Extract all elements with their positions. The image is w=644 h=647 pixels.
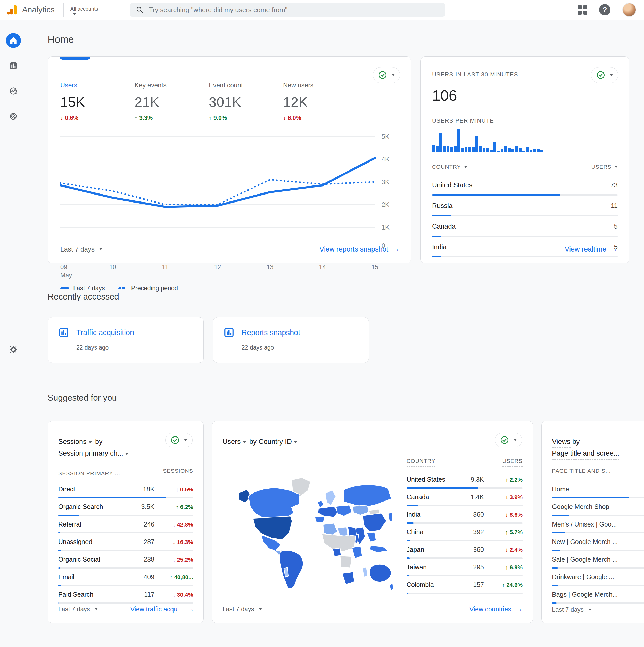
card-title[interactable]: Users by Country ID <box>223 436 403 448</box>
view-traffic-acquisition-link[interactable]: View traffic acqu...→ <box>131 605 194 613</box>
nav-advertising-button[interactable] <box>6 109 21 124</box>
nav-explore-button[interactable] <box>6 84 21 98</box>
help-icon[interactable]: ? <box>599 4 611 15</box>
metric-users[interactable]: Users 15K ↓ 0.6% <box>60 81 135 122</box>
table-row[interactable]: Sale | Google Merch ... <box>552 551 644 569</box>
table-row[interactable]: Unassigned 287 ↓ 16.3% <box>58 533 193 551</box>
legend-label: Last 7 days <box>73 285 105 292</box>
table-header: PAGE TITLE AND S... <box>552 468 644 481</box>
legend-label: Preceding period <box>131 285 178 292</box>
table-row[interactable]: Colombia 157 ↑ 24.6% <box>407 576 522 594</box>
view-countries-link[interactable]: View countries→ <box>470 605 522 613</box>
date-range-selector[interactable]: Last 7 days <box>552 606 591 613</box>
progress-track <box>432 256 618 258</box>
nav-reports-button[interactable] <box>6 58 21 73</box>
table-row[interactable]: Russia11 <box>432 196 618 216</box>
table-row[interactable]: Drinkware | Google ... <box>552 569 644 586</box>
table-row[interactable]: Paid Search 117 ↓ 30.4% <box>58 586 193 604</box>
verified-badge[interactable] <box>591 67 618 83</box>
last-accessed: 22 days ago <box>242 344 358 351</box>
chevron-down-icon <box>125 453 129 455</box>
table-row[interactable]: Home <box>552 481 644 498</box>
date-range-selector[interactable]: Last 7 days <box>60 245 102 253</box>
product-name: Analytics <box>22 5 55 14</box>
chevron-down-icon <box>294 441 297 443</box>
table-row[interactable]: United States 9.3K ↑ 2.2% <box>407 471 522 489</box>
metric-new-users[interactable]: New users 12K ↓ 6.0% <box>283 81 357 122</box>
analytics-logo-icon[interactable] <box>6 4 18 16</box>
main-content: Home <box>27 20 644 647</box>
chevron-down-icon <box>610 74 613 76</box>
verified-badge[interactable] <box>373 67 400 83</box>
search-icon <box>136 6 143 14</box>
progress-track <box>407 575 522 576</box>
users-by-country-card: Users by Country ID <box>212 421 533 623</box>
table-row[interactable]: Canada 1.4K ↓ 3.9% <box>407 489 522 506</box>
realtime-title[interactable]: USERS IN LAST 30 MINUTES <box>432 71 518 80</box>
table-row[interactable]: Men's / Unisex | Goo... <box>552 516 644 533</box>
arrow-right-icon: → <box>515 605 522 613</box>
chart-legend: Last 7 days Preceding period <box>60 285 399 292</box>
table-row[interactable]: Japan 360 ↓ 2.4% <box>407 541 522 559</box>
card-title[interactable]: Sessions by Session primary ch... <box>58 436 167 459</box>
table-row[interactable]: Direct 18K ↓ 0.5% <box>58 481 193 498</box>
progress-track <box>58 532 193 533</box>
progress-track <box>552 532 644 533</box>
progress-track <box>407 592 522 594</box>
progress-track <box>552 567 644 569</box>
account-selector-label: All accounts <box>70 6 98 12</box>
nav-home-button[interactable] <box>6 33 21 48</box>
progress-track <box>552 550 644 551</box>
nav-admin-button[interactable] <box>6 342 21 357</box>
table-row[interactable]: New | Google Merch ... <box>552 533 644 551</box>
table-row[interactable]: Email 409 ↑ 40,80... <box>58 569 193 586</box>
verified-badge[interactable] <box>165 433 192 447</box>
table-row[interactable]: Google Merch Shop <box>552 498 644 516</box>
date-range-selector[interactable]: Last 7 days <box>58 605 98 613</box>
view-realtime-link[interactable]: View realtime→ <box>565 245 618 253</box>
verified-badge[interactable] <box>495 433 522 447</box>
table-row[interactable]: Organic Search 3.5K ↑ 6.2% <box>58 498 193 516</box>
report-icon <box>58 327 69 338</box>
realtime-users-value: 106 <box>432 87 618 104</box>
account-selector[interactable]: All accounts <box>70 4 98 15</box>
avatar[interactable] <box>622 3 636 17</box>
chevron-down-icon <box>259 608 262 610</box>
table-row[interactable]: Bags | Google Merch... <box>552 586 644 604</box>
arrow-right-icon: → <box>392 245 400 253</box>
search-bar[interactable] <box>130 3 446 16</box>
last-accessed: 22 days ago <box>76 344 193 351</box>
progress-track <box>407 522 522 524</box>
view-reports-snapshot-link[interactable]: View reports snapshot→ <box>319 245 400 253</box>
table-row[interactable]: Organic Social 238 ↓ 25.2% <box>58 551 193 569</box>
recent-reports-snapshot-card[interactable]: Reports snapshot 22 days ago <box>213 317 369 363</box>
check-circle-icon <box>378 71 387 79</box>
date-range-selector[interactable]: Last 7 days <box>223 605 262 613</box>
table-row[interactable]: India 860 ↓ 8.6% <box>407 506 522 524</box>
svg-text:5K: 5K <box>382 133 390 140</box>
check-circle-icon <box>596 71 605 79</box>
country-sort-header[interactable]: COUNTRY <box>432 164 467 170</box>
metric-event-count[interactable]: Event count 301K ↑ 9.0% <box>209 81 283 122</box>
explore-icon <box>9 87 18 95</box>
table-row[interactable]: Canada5 <box>432 216 618 237</box>
table-row[interactable]: Taiwan 295 ↑ 6.9% <box>407 559 522 576</box>
table-row[interactable]: United States73 <box>432 175 618 196</box>
metric-key-events[interactable]: Key events 21K ↑ 3.3% <box>135 81 209 122</box>
table-row[interactable]: Referral 246 ↓ 42.8% <box>58 516 193 533</box>
users-sort-header[interactable]: USERS <box>591 164 618 170</box>
apps-grid-icon[interactable] <box>578 5 587 15</box>
recently-accessed-title: Recently accessed <box>48 292 644 302</box>
recent-traffic-acquisition-card[interactable]: Traffic acquisition 22 days ago <box>48 317 204 363</box>
progress-track <box>552 497 644 498</box>
report-icon <box>224 327 234 338</box>
arrow-right-icon: → <box>187 605 194 613</box>
suggested-for-you-title[interactable]: Suggested for you <box>48 393 117 405</box>
card-title[interactable]: Views by Page title and scree... <box>552 436 644 459</box>
search-input[interactable] <box>149 6 439 14</box>
realtime-card: USERS IN LAST 30 MINUTES 106 USERS PER M… <box>420 57 629 264</box>
line-chart: 5K4K3K2K1K0 <box>60 132 399 259</box>
left-nav <box>0 20 27 647</box>
solid-line-swatch <box>60 287 69 289</box>
table-row[interactable]: China 392 ↑ 5.7% <box>407 524 522 541</box>
